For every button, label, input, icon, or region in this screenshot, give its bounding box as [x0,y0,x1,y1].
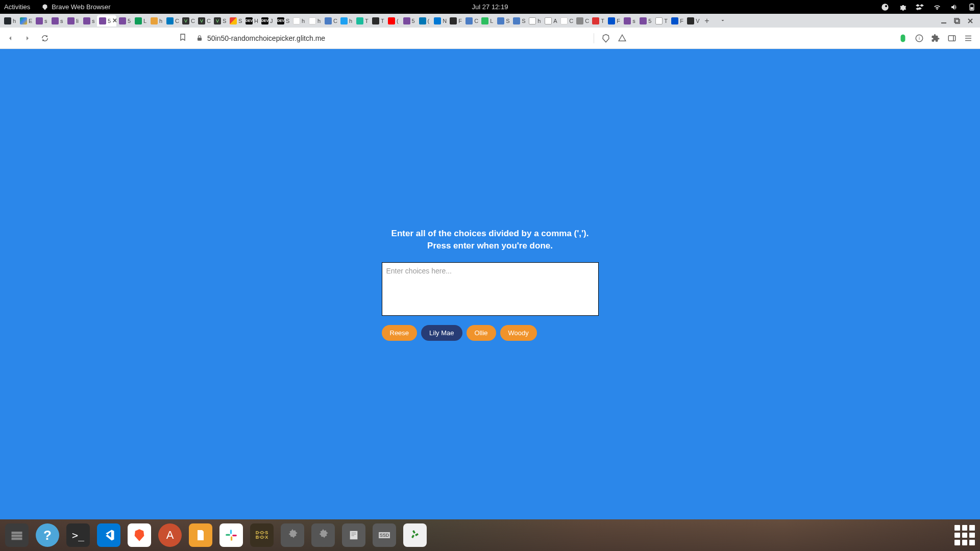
browser-tab[interactable]: h [527,15,542,27]
steam-icon[interactable] [881,3,889,11]
dock-settings-2[interactable] [311,523,335,547]
new-tab-button[interactable]: + [701,16,712,26]
dock-vscode[interactable] [97,523,120,547]
browser-tab[interactable]: C [558,15,574,27]
browser-tab[interactable]: s [50,15,65,27]
arrow-right-icon [23,34,32,42]
browser-tab[interactable]: C [164,15,180,27]
evernote-extension-icon[interactable] [898,34,908,43]
browser-tab[interactable]: F [448,15,463,27]
minimize-button[interactable] [939,16,948,26]
browser-tab[interactable]: 5 [117,15,132,27]
browser-tab[interactable]: T [370,15,385,27]
browser-tab[interactable]: VC [196,15,211,27]
browser-tab[interactable]: ( [386,15,401,27]
dock-slack[interactable] [219,523,243,547]
browser-tab[interactable]: C [323,15,338,27]
browser-tab[interactable]: 5 [401,15,416,27]
help-icon[interactable]: i [915,34,924,43]
reload-button[interactable] [39,32,51,44]
maximize-button[interactable] [952,16,962,26]
dock-dosbox[interactable]: D·O·SB·O·X [250,523,274,547]
svg-rect-7 [955,19,960,23]
datetime-label: Jul 27 12:19 [472,3,508,11]
favicon [293,17,300,24]
browser-tab[interactable]: h [338,15,354,27]
settings-tray-icon[interactable] [898,3,906,11]
browser-tab[interactable]: 5 [97,15,116,27]
brave-icon [132,528,146,542]
clock[interactable]: Jul 27 12:19 [472,3,508,11]
dock-terminal[interactable]: >_ [66,523,90,547]
close-icon [967,18,973,24]
browser-tab[interactable]: C [463,15,479,27]
svg-rect-3 [971,3,973,4]
activities-button[interactable]: Activities [4,3,30,11]
browser-tab[interactable]: DEVS [275,15,290,27]
address-bar[interactable]: 50in50-randomchoicepicker.glitch.me [192,32,329,44]
browser-tab[interactable]: V [685,15,700,27]
dropbox-icon[interactable] [916,3,924,11]
browser-tab[interactable]: L [479,15,495,27]
browser-tab[interactable]: VC [180,15,195,27]
dock-trash[interactable] [403,523,427,547]
forward-button[interactable] [21,32,34,44]
dock-notes[interactable] [189,523,212,547]
tab-label: N [443,18,447,24]
browser-tab[interactable]: DEVJ [259,15,275,27]
tab-list-dropdown[interactable] [717,15,729,27]
reading-list-icon[interactable] [947,34,957,43]
browser-tab[interactable]: 5 [638,15,653,27]
brave-shields-icon[interactable] [601,34,610,43]
browser-tab[interactable]: li [65,15,81,27]
tab-label: S [238,18,242,24]
browser-tab[interactable]: C [574,15,590,27]
dock-settings-1[interactable] [281,523,304,547]
menu-icon[interactable] [964,34,973,43]
browser-tab[interactable]: L [133,15,148,27]
browser-tab[interactable]: T [653,15,669,27]
arrow-left-icon [6,34,14,42]
dock-help[interactable]: ? [36,523,59,547]
browser-tab[interactable]: F [606,15,621,27]
browser-tab[interactable]: T [354,15,370,27]
tab-label: F [617,18,620,24]
active-app-indicator[interactable]: Brave Web Browser [41,3,110,11]
browser-tab[interactable]: VS [212,15,227,27]
browser-tab[interactable]: h [149,15,164,27]
browser-tab[interactable]: h [291,15,306,27]
browser-tab[interactable]: S [495,15,510,27]
dock-lens[interactable]: A [158,523,182,547]
battery-icon[interactable] [968,3,976,11]
browser-tab[interactable]: A [543,15,558,27]
dock-files[interactable] [5,523,29,547]
brave-rewards-icon[interactable] [618,34,627,43]
bookmark-icon [179,33,187,41]
show-applications-button[interactable] [954,525,975,545]
dock-brave[interactable] [128,523,151,547]
choices-textarea[interactable] [382,262,599,316]
browser-tab[interactable]: s [81,15,96,27]
browser-tab[interactable]: S [511,15,526,27]
svg-rect-13 [12,535,22,537]
dock-ssd[interactable]: SSD [373,523,396,547]
volume-icon[interactable] [950,3,959,11]
browser-tab[interactable]: F [669,15,684,27]
close-window-button[interactable] [966,16,975,26]
browser-tab[interactable]: s [622,15,637,27]
browser-tab[interactable]: s [34,15,49,27]
close-tab-icon[interactable] [112,18,116,24]
dock-text-editor[interactable] [342,523,365,547]
browser-tab[interactable]: h [307,15,322,27]
browser-tab[interactable]: h [2,15,17,27]
browser-tab[interactable]: ( [417,15,432,27]
back-button[interactable] [4,32,16,44]
browser-tab[interactable]: S [228,15,243,27]
bookmark-button[interactable] [179,33,187,43]
browser-tab[interactable]: T [590,15,605,27]
browser-tab[interactable]: N [432,15,447,27]
extensions-icon[interactable] [931,34,940,43]
browser-tab[interactable]: DEVH [243,15,259,27]
wifi-icon[interactable] [933,3,941,11]
browser-tab[interactable]: E [18,15,33,27]
